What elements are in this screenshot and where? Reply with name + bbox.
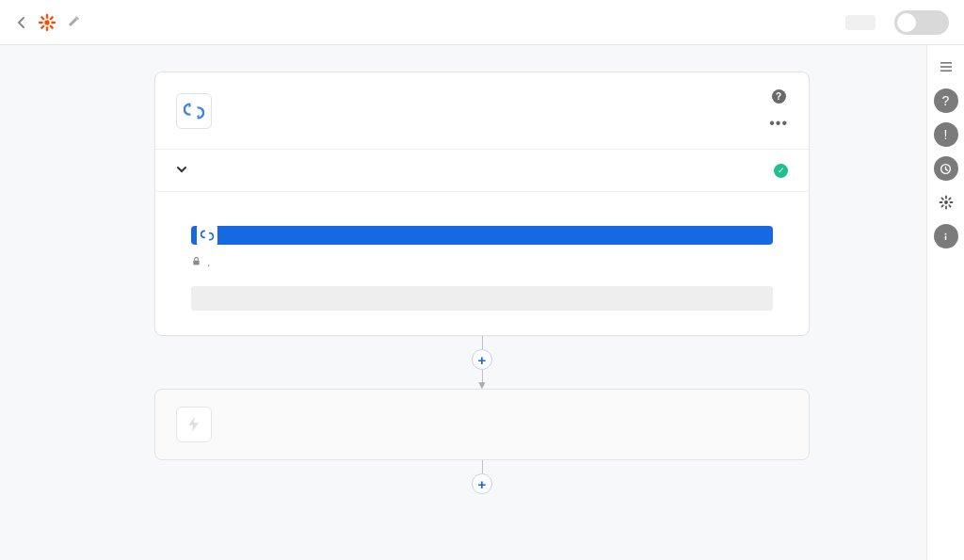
dock-help-icon[interactable]: ? [934, 88, 958, 113]
secure-partner-note: . [191, 256, 773, 269]
zapier-logo-icon [38, 13, 56, 32]
dock-info-icon[interactable] [934, 224, 958, 248]
svg-rect-11 [940, 70, 952, 72]
svg-rect-5 [49, 15, 54, 20]
svg-rect-7 [40, 15, 45, 20]
right-dock: ? ! [926, 45, 964, 560]
check-complete-icon: ✓ [774, 164, 788, 178]
flow-column: ? ••• ✓ [154, 72, 810, 560]
choose-account-section: . [155, 191, 809, 335]
svg-rect-10 [940, 66, 952, 68]
chevron-down-icon [176, 163, 187, 178]
arrow-down-icon: ▼ [476, 381, 488, 389]
trigger-step-card: ? ••• ✓ [154, 72, 810, 336]
dock-alert-icon[interactable]: ! [934, 122, 958, 147]
step-more-icon[interactable]: ••• [769, 115, 788, 132]
svg-point-13 [944, 200, 948, 204]
svg-point-14 [945, 232, 947, 234]
svg-point-0 [44, 20, 49, 24]
top-header [0, 0, 964, 45]
svg-rect-9 [940, 62, 952, 64]
canvas: ? ! ? ••• [0, 45, 964, 560]
sign-in-seoptimer-button[interactable] [191, 226, 773, 245]
svg-rect-4 [51, 21, 56, 23]
seoptimer-mini-icon [197, 225, 217, 246]
choose-app-event-row[interactable]: ✓ [155, 149, 809, 191]
dock-outline-icon[interactable] [934, 55, 958, 79]
dock-settings-icon[interactable] [934, 190, 958, 215]
svg-rect-3 [39, 21, 43, 23]
continue-disabled-bar [191, 286, 773, 311]
edit-name-icon[interactable] [68, 15, 80, 30]
toggle-knob [897, 13, 916, 32]
svg-rect-2 [46, 26, 48, 31]
svg-rect-15 [945, 235, 947, 240]
svg-rect-6 [40, 24, 45, 29]
zap-toggle[interactable] [894, 10, 949, 35]
svg-rect-16 [193, 261, 199, 265]
dock-history-icon[interactable] [934, 156, 958, 181]
trigger-step-header[interactable]: ? ••• [155, 72, 809, 149]
connector-2: + [154, 460, 810, 494]
add-step-button-2[interactable]: + [472, 473, 492, 494]
step-help-icon[interactable]: ? [772, 89, 786, 104]
seoptimer-app-icon [176, 93, 212, 129]
svg-rect-8 [49, 24, 54, 29]
action-step-card[interactable] [154, 389, 810, 460]
svg-rect-1 [46, 13, 48, 18]
lock-icon [191, 256, 201, 269]
connector-1: + ▼ [154, 336, 810, 389]
share-button[interactable] [845, 15, 876, 30]
add-step-button[interactable]: + [472, 349, 492, 370]
action-bolt-icon [176, 407, 212, 442]
back-button[interactable] [15, 16, 28, 29]
